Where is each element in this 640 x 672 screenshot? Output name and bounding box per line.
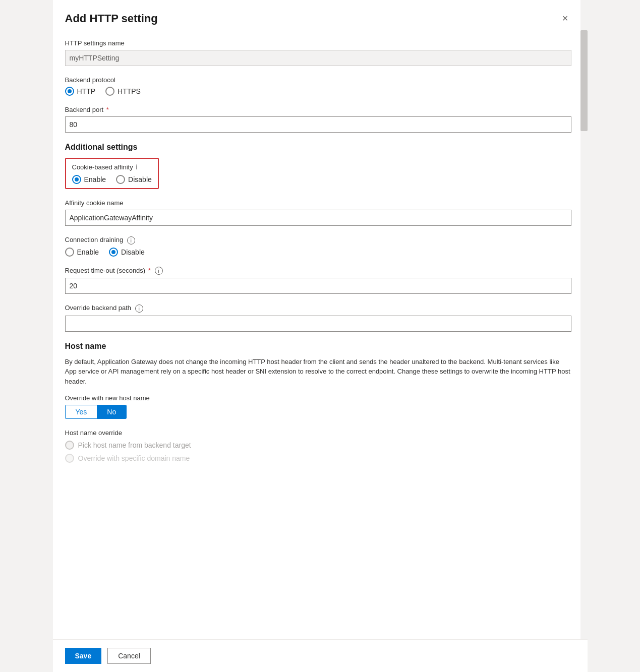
connection-draining-section: Connection draining i Enable Disable bbox=[65, 236, 571, 257]
override-backend-path-input[interactable] bbox=[65, 316, 571, 332]
connection-draining-enable-label: Enable bbox=[77, 248, 99, 256]
close-button[interactable]: × bbox=[559, 12, 571, 24]
scrollbar-thumb[interactable] bbox=[580, 30, 588, 131]
cookie-affinity-radio-group: Enable Disable bbox=[72, 175, 152, 184]
http-settings-name-input[interactable] bbox=[65, 50, 571, 66]
backend-port-label: Backend port * bbox=[65, 106, 571, 113]
backend-port-input[interactable] bbox=[65, 116, 571, 133]
backend-port-required: * bbox=[104, 106, 109, 113]
override-specific-domain-option[interactable]: Override with specific domain name bbox=[65, 454, 571, 463]
connection-draining-disable-label: Disable bbox=[121, 248, 145, 256]
http-settings-name-section: HTTP settings name bbox=[65, 39, 571, 66]
host-name-override-section: Host name override Pick host name from b… bbox=[65, 429, 571, 463]
override-backend-path-section: Override backend path i bbox=[65, 304, 571, 332]
backend-protocol-https-label: HTTPS bbox=[118, 87, 141, 95]
connection-draining-enable-radio[interactable] bbox=[65, 248, 74, 257]
yes-no-toggle-group: Yes No bbox=[65, 405, 127, 419]
backend-protocol-https-radio[interactable] bbox=[105, 87, 114, 96]
affinity-cookie-name-label: Affinity cookie name bbox=[65, 199, 571, 207]
additional-settings-section: Additional settings Cookie-based affinit… bbox=[65, 143, 571, 189]
override-backend-path-label: Override backend path i bbox=[65, 304, 571, 313]
request-timeout-required: * bbox=[148, 267, 151, 274]
override-new-host-name-label: Override with new host name bbox=[65, 394, 571, 402]
backend-protocol-label: Backend protocol bbox=[65, 76, 571, 84]
affinity-cookie-name-section: Affinity cookie name bbox=[65, 199, 571, 226]
connection-draining-disable-option[interactable]: Disable bbox=[109, 248, 145, 257]
yes-toggle-button[interactable]: Yes bbox=[66, 405, 97, 418]
save-button[interactable]: Save bbox=[65, 648, 102, 664]
connection-draining-enable-option[interactable]: Enable bbox=[65, 248, 99, 257]
form-content: HTTP settings name Backend protocol HTTP… bbox=[65, 39, 571, 508]
cookie-affinity-info-icon[interactable]: i bbox=[136, 163, 138, 171]
cookie-affinity-disable-radio[interactable] bbox=[116, 175, 125, 184]
connection-draining-info-icon[interactable]: i bbox=[127, 236, 135, 245]
additional-settings-title: Additional settings bbox=[65, 143, 571, 152]
override-specific-domain-radio[interactable] bbox=[65, 454, 74, 463]
dialog-header: Add HTTP setting × bbox=[65, 12, 571, 25]
backend-port-section: Backend port * bbox=[65, 106, 571, 133]
bottom-bar: Save Cancel bbox=[53, 639, 588, 672]
request-timeout-label: Request time-out (seconds) * i bbox=[65, 267, 571, 275]
scrollbar[interactable] bbox=[580, 0, 588, 672]
affinity-cookie-name-input[interactable] bbox=[65, 210, 571, 226]
host-name-override-label: Host name override bbox=[65, 429, 571, 437]
no-toggle-button[interactable]: No bbox=[97, 405, 126, 418]
backend-protocol-http-radio[interactable] bbox=[65, 87, 74, 96]
cookie-affinity-enable-label: Enable bbox=[84, 175, 106, 184]
host-name-title: Host name bbox=[65, 342, 571, 351]
request-timeout-input[interactable] bbox=[65, 278, 571, 294]
pick-host-name-option[interactable]: Pick host name from backend target bbox=[65, 441, 571, 450]
connection-draining-disable-radio[interactable] bbox=[109, 248, 118, 257]
backend-protocol-https-option[interactable]: HTTPS bbox=[105, 87, 141, 96]
cookie-affinity-label: Cookie-based affinity bbox=[72, 163, 133, 171]
http-settings-name-label: HTTP settings name bbox=[65, 39, 571, 47]
request-timeout-section: Request time-out (seconds) * i bbox=[65, 267, 571, 294]
pick-host-name-radio[interactable] bbox=[65, 441, 74, 450]
override-new-host-name-section: Override with new host name Yes No bbox=[65, 394, 571, 419]
cancel-button[interactable]: Cancel bbox=[107, 648, 151, 664]
dialog-title: Add HTTP setting bbox=[65, 12, 158, 25]
cookie-affinity-disable-option[interactable]: Disable bbox=[116, 175, 152, 184]
request-timeout-info-icon[interactable]: i bbox=[155, 267, 163, 275]
add-http-setting-dialog: Add HTTP setting × HTTP settings name Ba… bbox=[53, 0, 588, 672]
connection-draining-radio-group: Enable Disable bbox=[65, 248, 571, 257]
cookie-affinity-label-row: Cookie-based affinity i bbox=[72, 163, 152, 171]
host-name-section: Host name By default, Application Gatewa… bbox=[65, 342, 571, 463]
pick-host-name-label: Pick host name from backend target bbox=[78, 441, 191, 449]
host-name-override-radio-group: Pick host name from backend target Overr… bbox=[65, 441, 571, 463]
override-specific-domain-label: Override with specific domain name bbox=[78, 454, 190, 462]
backend-protocol-http-option[interactable]: HTTP bbox=[65, 87, 96, 96]
backend-protocol-radio-group: HTTP HTTPS bbox=[65, 87, 571, 96]
cookie-affinity-enable-radio[interactable] bbox=[72, 175, 81, 184]
host-name-description: By default, Application Gateway does not… bbox=[65, 357, 571, 387]
backend-protocol-http-label: HTTP bbox=[77, 87, 96, 95]
cookie-affinity-box: Cookie-based affinity i Enable Disable bbox=[65, 158, 159, 189]
backend-protocol-section: Backend protocol HTTP HTTPS bbox=[65, 76, 571, 96]
cookie-affinity-disable-label: Disable bbox=[128, 175, 152, 184]
connection-draining-label: Connection draining i bbox=[65, 236, 571, 245]
override-backend-path-info-icon[interactable]: i bbox=[135, 304, 143, 313]
cookie-affinity-enable-option[interactable]: Enable bbox=[72, 175, 106, 184]
